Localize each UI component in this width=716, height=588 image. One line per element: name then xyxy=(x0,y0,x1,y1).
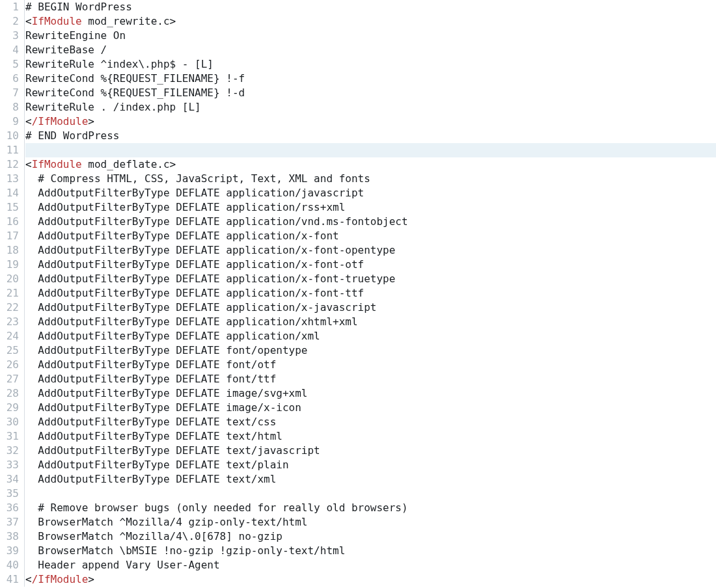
code-line[interactable]: # Compress HTML, CSS, JavaScript, Text, … xyxy=(25,172,716,186)
code-line[interactable]: AddOutputFilterByType DEFLATE text/xml xyxy=(25,472,716,487)
code-line[interactable]: AddOutputFilterByType DEFLATE applicatio… xyxy=(25,315,716,329)
code-line[interactable]: RewriteCond %{REQUEST_FILENAME} !-f xyxy=(25,72,716,86)
code-line[interactable]: AddOutputFilterByType DEFLATE applicatio… xyxy=(25,215,716,229)
line-number: 21 xyxy=(0,286,24,301)
code-token: mod_deflate.c xyxy=(82,158,170,170)
code-line[interactable]: RewriteBase / xyxy=(25,43,716,57)
line-number: 37 xyxy=(0,515,24,529)
line-number: 8 xyxy=(0,100,24,114)
code-line[interactable]: RewriteRule . /index.php [L] xyxy=(25,100,716,114)
code-token: AddOutputFilterByType DEFLATE applicatio… xyxy=(25,201,345,213)
code-line[interactable]: AddOutputFilterByType DEFLATE applicatio… xyxy=(25,186,716,200)
code-line[interactable]: </IfModule> xyxy=(25,114,716,129)
code-line[interactable]: AddOutputFilterByType DEFLATE font/opent… xyxy=(25,343,716,358)
line-number: 18 xyxy=(0,243,24,258)
code-line[interactable]: BrowserMatch ^Mozilla/4 gzip-only-text/h… xyxy=(25,515,716,529)
code-editor[interactable]: 1234567891011121314151617181920212223242… xyxy=(0,0,716,587)
code-area[interactable]: # BEGIN WordPress<IfModule mod_rewrite.c… xyxy=(24,0,716,587)
line-number: 14 xyxy=(0,186,24,200)
code-line[interactable]: AddOutputFilterByType DEFLATE applicatio… xyxy=(25,243,716,258)
line-number: 26 xyxy=(0,358,24,372)
line-number: 39 xyxy=(0,544,24,558)
code-token: RewriteCond %{REQUEST_FILENAME} !-f xyxy=(25,72,245,85)
code-token: RewriteBase / xyxy=(25,44,107,56)
code-line[interactable]: AddOutputFilterByType DEFLATE text/plain xyxy=(25,458,716,472)
line-number: 9 xyxy=(0,114,24,129)
code-token: AddOutputFilterByType DEFLATE text/css xyxy=(25,416,276,428)
code-line[interactable]: RewriteCond %{REQUEST_FILENAME} !-d xyxy=(25,86,716,100)
line-number: 33 xyxy=(0,458,24,472)
line-number: 22 xyxy=(0,301,24,315)
line-number: 28 xyxy=(0,386,24,401)
code-token: Header append Vary User-Agent xyxy=(25,559,220,571)
line-number: 25 xyxy=(0,343,24,358)
code-token: RewriteEngine On xyxy=(25,29,126,42)
code-line[interactable] xyxy=(25,143,716,157)
code-token: # Compress HTML, CSS, JavaScript, Text, … xyxy=(25,172,370,185)
line-number: 29 xyxy=(0,401,24,415)
code-line[interactable]: AddOutputFilterByType DEFLATE applicatio… xyxy=(25,258,716,272)
code-token: AddOutputFilterByType DEFLATE text/xml xyxy=(25,473,276,485)
line-number: 30 xyxy=(0,415,24,429)
code-line[interactable]: AddOutputFilterByType DEFLATE applicatio… xyxy=(25,329,716,343)
code-line[interactable]: AddOutputFilterByType DEFLATE image/svg+… xyxy=(25,386,716,401)
code-line[interactable]: AddOutputFilterByType DEFLATE applicatio… xyxy=(25,286,716,301)
code-token: AddOutputFilterByType DEFLATE font/opent… xyxy=(25,344,307,356)
code-line[interactable]: BrowserMatch \bMSIE !no-gzip !gzip-only-… xyxy=(25,544,716,558)
code-line[interactable]: AddOutputFilterByType DEFLATE applicatio… xyxy=(25,200,716,215)
line-number: 38 xyxy=(0,529,24,544)
line-number: 16 xyxy=(0,215,24,229)
line-number: 1 xyxy=(0,0,24,14)
code-token: AddOutputFilterByType DEFLATE applicatio… xyxy=(25,287,364,299)
code-line[interactable]: AddOutputFilterByType DEFLATE applicatio… xyxy=(25,272,716,286)
code-token: # END WordPress xyxy=(25,129,120,142)
code-line[interactable]: <IfModule mod_deflate.c> xyxy=(25,157,716,172)
line-number: 31 xyxy=(0,429,24,444)
code-line[interactable] xyxy=(25,487,716,501)
code-token: IfModule xyxy=(32,15,82,27)
line-number: 23 xyxy=(0,315,24,329)
line-number: 41 xyxy=(0,572,24,587)
code-token: / xyxy=(32,573,38,585)
code-token: mod_rewrite.c xyxy=(82,15,170,27)
line-number: 5 xyxy=(0,57,24,72)
code-line[interactable]: AddOutputFilterByType DEFLATE applicatio… xyxy=(25,301,716,315)
code-line[interactable]: </IfModule> xyxy=(25,572,716,587)
line-number: 7 xyxy=(0,86,24,100)
code-line[interactable]: # END WordPress xyxy=(25,129,716,143)
code-line[interactable]: AddOutputFilterByType DEFLATE text/html xyxy=(25,429,716,444)
line-number: 12 xyxy=(0,157,24,172)
code-line[interactable]: <IfModule mod_rewrite.c> xyxy=(25,14,716,29)
code-token: < xyxy=(25,115,32,127)
code-token: RewriteRule ^index\.php$ - [L] xyxy=(25,58,213,70)
line-number: 4 xyxy=(0,43,24,57)
code-line[interactable]: BrowserMatch ^Mozilla/4\.0[678] no-gzip xyxy=(25,529,716,544)
code-token: < xyxy=(25,15,32,27)
line-number: 36 xyxy=(0,501,24,515)
code-token: RewriteRule . /index.php [L] xyxy=(25,101,201,113)
code-token: < xyxy=(25,573,32,585)
code-line[interactable]: AddOutputFilterByType DEFLATE applicatio… xyxy=(25,229,716,243)
line-number: 3 xyxy=(0,29,24,43)
line-number: 2 xyxy=(0,14,24,29)
code-token: BrowserMatch ^Mozilla/4\.0[678] no-gzip xyxy=(25,530,282,542)
code-token: RewriteCond %{REQUEST_FILENAME} !-d xyxy=(25,87,245,99)
line-number: 19 xyxy=(0,258,24,272)
line-number: 24 xyxy=(0,329,24,343)
code-line[interactable]: # Remove browser bugs (only needed for r… xyxy=(25,501,716,515)
line-number: 40 xyxy=(0,558,24,572)
code-line[interactable]: RewriteEngine On xyxy=(25,29,716,43)
code-token: AddOutputFilterByType DEFLATE applicatio… xyxy=(25,315,358,328)
code-token: AddOutputFilterByType DEFLATE image/x-ic… xyxy=(25,401,301,414)
code-line[interactable]: AddOutputFilterByType DEFLATE text/javas… xyxy=(25,444,716,458)
code-line[interactable]: AddOutputFilterByType DEFLATE text/css xyxy=(25,415,716,429)
code-line[interactable]: RewriteRule ^index\.php$ - [L] xyxy=(25,57,716,72)
code-token: IfModule xyxy=(38,115,88,127)
code-token: AddOutputFilterByType DEFLATE applicatio… xyxy=(25,230,339,242)
code-line[interactable]: AddOutputFilterByType DEFLATE font/otf xyxy=(25,358,716,372)
code-line[interactable]: Header append Vary User-Agent xyxy=(25,558,716,572)
code-line[interactable]: AddOutputFilterByType DEFLATE font/ttf xyxy=(25,372,716,386)
line-number: 17 xyxy=(0,229,24,243)
code-line[interactable]: AddOutputFilterByType DEFLATE image/x-ic… xyxy=(25,401,716,415)
code-line[interactable]: # BEGIN WordPress xyxy=(25,0,716,14)
